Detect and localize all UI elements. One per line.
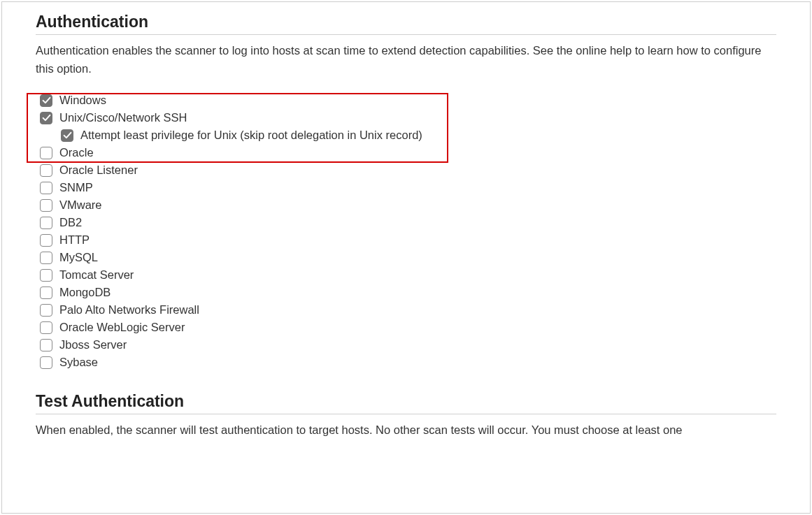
auth-option-row: Oracle — [40, 144, 776, 161]
auth-option-label[interactable]: Sybase — [59, 356, 98, 369]
auth-option-row: MySQL — [40, 249, 776, 266]
auth-option-label[interactable]: Attempt least privilege for Unix (skip r… — [80, 129, 422, 142]
authentication-heading: Authentication — [36, 13, 776, 35]
auth-option-row: DB2 — [40, 214, 776, 231]
auth-option-label[interactable]: Oracle WebLogic Server — [59, 321, 185, 334]
auth-option-row: Unix/Cisco/Network SSH — [40, 109, 776, 126]
auth-option-label[interactable]: VMware — [59, 198, 102, 212]
auth-option-label[interactable]: Tomcat Server — [59, 268, 134, 282]
test-authentication-section: Test Authentication When enabled, the sc… — [36, 392, 776, 440]
auth-option-checkbox[interactable] — [40, 94, 52, 107]
auth-option-label[interactable]: SNMP — [59, 181, 93, 194]
content-area: Authentication Authentication enables th… — [2, 13, 810, 440]
auth-option-label[interactable]: Windows — [59, 94, 106, 107]
auth-option-checkbox[interactable] — [40, 182, 52, 194]
test-authentication-description: When enabled, the scanner will test auth… — [36, 421, 776, 440]
auth-option-checkbox[interactable] — [61, 129, 73, 142]
auth-option-checkbox[interactable] — [40, 304, 52, 317]
auth-option-row: Oracle WebLogic Server — [40, 319, 776, 336]
auth-option-label[interactable]: Unix/Cisco/Network SSH — [59, 111, 187, 124]
auth-option-checkbox[interactable] — [40, 199, 52, 212]
auth-option-checkbox[interactable] — [40, 234, 52, 247]
auth-option-label[interactable]: Jboss Server — [59, 338, 127, 351]
auth-option-checkbox[interactable] — [40, 147, 52, 159]
auth-option-label[interactable]: MySQL — [59, 251, 98, 264]
auth-option-checkbox[interactable] — [40, 164, 52, 177]
settings-panel: Authentication Authentication enables th… — [1, 1, 811, 514]
auth-option-row: Palo Alto Networks Firewall — [40, 301, 776, 319]
auth-option-label[interactable]: HTTP — [59, 233, 90, 247]
auth-option-checkbox[interactable] — [40, 217, 52, 229]
auth-option-row: SNMP — [40, 179, 776, 196]
auth-option-checkbox[interactable] — [40, 339, 52, 351]
auth-option-row: Windows — [40, 92, 776, 109]
auth-option-row: VMware — [40, 196, 776, 214]
auth-option-row: Jboss Server — [40, 336, 776, 354]
auth-option-checkbox[interactable] — [40, 252, 52, 264]
auth-option-row: Attempt least privilege for Unix (skip r… — [61, 126, 776, 144]
auth-option-checkbox[interactable] — [40, 286, 52, 299]
authentication-options-list: WindowsUnix/Cisco/Network SSHAttempt lea… — [36, 92, 776, 371]
auth-option-label[interactable]: Oracle — [59, 146, 94, 159]
auth-option-row: Tomcat Server — [40, 266, 776, 284]
auth-option-checkbox[interactable] — [40, 269, 52, 282]
auth-option-checkbox[interactable] — [40, 112, 52, 124]
auth-option-row: HTTP — [40, 231, 776, 249]
authentication-description: Authentication enables the scanner to lo… — [36, 42, 776, 78]
auth-option-checkbox[interactable] — [40, 321, 52, 334]
test-authentication-heading: Test Authentication — [36, 392, 776, 414]
auth-option-label[interactable]: Oracle Listener — [59, 164, 138, 177]
auth-option-label[interactable]: MongoDB — [59, 286, 111, 299]
auth-option-label[interactable]: DB2 — [59, 216, 82, 229]
auth-option-checkbox[interactable] — [40, 356, 52, 369]
auth-option-label[interactable]: Palo Alto Networks Firewall — [59, 303, 199, 317]
auth-option-row: Oracle Listener — [40, 161, 776, 179]
auth-option-row: MongoDB — [40, 284, 776, 301]
auth-option-row: Sybase — [40, 354, 776, 371]
